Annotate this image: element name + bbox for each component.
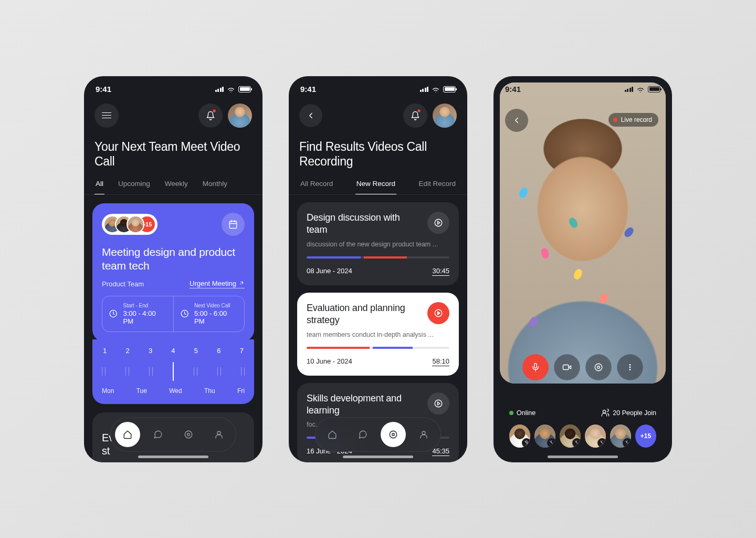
home-indicator[interactable] bbox=[343, 456, 413, 458]
recording-card[interactable]: Evaluation and planning strategy team me… bbox=[297, 293, 459, 376]
calendar-strip[interactable]: 1 2 3 4 5 6 7 Mon Tue Wed Thu Fri bbox=[92, 339, 254, 404]
participants[interactable]: +15 bbox=[102, 214, 158, 235]
recording-dot-icon bbox=[613, 118, 617, 122]
video-icon bbox=[562, 363, 572, 372]
status-bar: 9:41 bbox=[289, 76, 467, 99]
cal-day: Fri bbox=[237, 387, 245, 395]
svg-rect-0 bbox=[229, 221, 237, 229]
call-controls bbox=[522, 354, 643, 380]
nav-chat[interactable] bbox=[145, 422, 171, 447]
home-indicator[interactable] bbox=[548, 456, 618, 458]
nav-home[interactable] bbox=[115, 422, 140, 447]
phone-screen-video-call: 9:41 Live record Online 20 People Join bbox=[494, 76, 672, 462]
record-button[interactable] bbox=[585, 354, 612, 380]
nav-record[interactable] bbox=[176, 422, 201, 447]
participant-avatar[interactable] bbox=[560, 425, 581, 448]
battery-icon bbox=[443, 86, 456, 92]
muted-icon bbox=[623, 438, 631, 448]
recording-card[interactable]: Design discussion with team discussion o… bbox=[297, 202, 459, 285]
back-button[interactable] bbox=[299, 104, 322, 127]
participant-avatar[interactable] bbox=[509, 425, 530, 448]
calendar-button[interactable] bbox=[222, 213, 245, 236]
progress-bar[interactable] bbox=[307, 256, 449, 258]
participant-avatar[interactable] bbox=[534, 425, 555, 448]
tab-upcoming[interactable]: Upcoming bbox=[117, 173, 151, 194]
mic-button[interactable] bbox=[522, 354, 549, 380]
user-icon bbox=[419, 430, 428, 439]
svg-point-15 bbox=[629, 364, 631, 365]
tab-weekly[interactable]: Weekly bbox=[164, 173, 189, 194]
more-button[interactable] bbox=[617, 354, 643, 380]
people-count: 20 People Join bbox=[601, 409, 656, 417]
urgent-link[interactable]: Urgent Meeting bbox=[190, 280, 245, 288]
meeting-card[interactable]: +15 Meeting design and product team tech… bbox=[92, 203, 254, 342]
svg-point-13 bbox=[595, 364, 602, 371]
record-icon bbox=[594, 363, 603, 372]
header bbox=[289, 99, 467, 132]
user-avatar[interactable] bbox=[228, 104, 252, 128]
wifi-icon bbox=[226, 85, 236, 94]
play-icon bbox=[434, 308, 443, 318]
card-subrow: Product Team Urgent Meeting bbox=[102, 280, 245, 288]
online-status: Online bbox=[509, 409, 536, 417]
muted-icon bbox=[547, 438, 555, 448]
more-participants-badge[interactable]: +15 bbox=[635, 425, 656, 448]
tab-monthly[interactable]: Monthly bbox=[202, 173, 228, 194]
calendar-days: Mon Tue Wed Thu Fri bbox=[102, 387, 245, 395]
tab-all[interactable]: All bbox=[94, 173, 104, 194]
cal-num: 2 bbox=[125, 347, 129, 355]
tab-all-record[interactable]: All Record bbox=[299, 173, 334, 194]
play-button[interactable] bbox=[427, 212, 449, 234]
svg-rect-12 bbox=[563, 365, 569, 369]
recording-footer: 08 June - 2024 30:45 bbox=[307, 267, 449, 276]
status-time: 9:41 bbox=[300, 85, 316, 94]
participants-panel: Online 20 People Join +15 bbox=[500, 400, 666, 456]
recording-desc: team members conduct in-depth analysis .… bbox=[307, 331, 449, 338]
status-icons bbox=[420, 85, 456, 94]
play-button[interactable] bbox=[427, 392, 449, 415]
nav-home[interactable] bbox=[320, 422, 345, 447]
tab-new-record[interactable]: New Record bbox=[355, 173, 396, 194]
muted-icon bbox=[597, 438, 606, 448]
tabs: All Upcoming Weekly Monthly bbox=[84, 173, 262, 195]
nav-profile[interactable] bbox=[206, 422, 232, 447]
user-avatar[interactable] bbox=[433, 104, 457, 128]
signal-icon bbox=[625, 87, 634, 92]
video-button[interactable] bbox=[554, 354, 580, 380]
svg-point-8 bbox=[435, 400, 442, 407]
home-icon bbox=[328, 430, 337, 439]
svg-point-5 bbox=[217, 431, 220, 434]
cal-num: 7 bbox=[240, 347, 244, 355]
battery-icon bbox=[648, 86, 660, 92]
participant-avatar[interactable] bbox=[585, 425, 606, 448]
clock-icon bbox=[180, 309, 190, 318]
participant-avatar[interactable] bbox=[610, 425, 631, 448]
svg-point-14 bbox=[597, 366, 600, 368]
menu-button[interactable] bbox=[94, 104, 119, 128]
svg-point-4 bbox=[187, 433, 190, 436]
nav-chat[interactable] bbox=[350, 422, 375, 447]
home-indicator[interactable] bbox=[138, 456, 208, 458]
wifi-icon bbox=[636, 85, 645, 94]
notifications-button[interactable] bbox=[198, 104, 223, 128]
recording-date: 10 June - 2024 bbox=[307, 357, 352, 366]
play-button[interactable] bbox=[427, 302, 449, 324]
nav-profile[interactable] bbox=[411, 422, 436, 447]
nav-record[interactable] bbox=[381, 422, 406, 447]
tab-edit-record[interactable]: Edit Record bbox=[417, 173, 457, 194]
page-title: Find Results Videos Call Recording bbox=[289, 132, 467, 174]
svg-point-10 bbox=[392, 433, 395, 436]
wifi-icon bbox=[431, 85, 440, 94]
participant-avatar bbox=[127, 215, 144, 233]
recording-duration: 58:10 bbox=[432, 357, 449, 366]
chat-icon bbox=[358, 430, 368, 439]
chat-icon bbox=[153, 430, 163, 439]
back-button[interactable] bbox=[505, 109, 528, 132]
progress-bar[interactable] bbox=[307, 347, 449, 349]
user-icon bbox=[214, 430, 224, 439]
calendar-ticks bbox=[102, 361, 245, 382]
live-label: Live record bbox=[621, 116, 652, 123]
status-time: 9:41 bbox=[505, 85, 521, 94]
recording-date: 08 June - 2024 bbox=[307, 267, 352, 276]
notifications-button[interactable] bbox=[403, 104, 427, 128]
